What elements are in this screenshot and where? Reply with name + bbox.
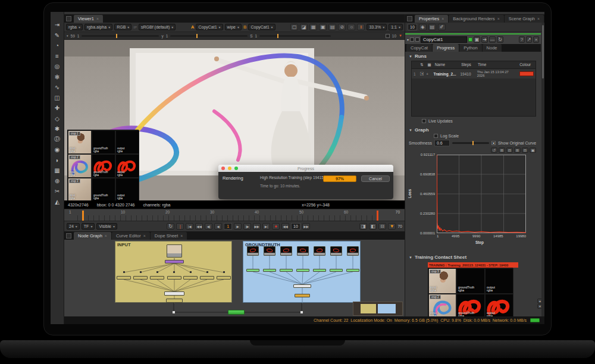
transform-toolbar-icon[interactable]: ✚ (52, 103, 62, 112)
pane-menu-icon[interactable] (66, 16, 71, 21)
read-node[interactable] (347, 246, 359, 256)
read-node[interactable] (280, 246, 292, 256)
saturation-slider[interactable] (259, 35, 331, 37)
roto-toolbar-icon[interactable]: ✂ (52, 187, 62, 196)
column-time[interactable]: Time (478, 62, 517, 67)
tab-viewer1[interactable]: Viewer1 × (74, 15, 103, 23)
collapse-arrow-icon[interactable]: ▼ (409, 256, 412, 259)
mask-overlay-icon[interactable]: ▤ (328, 24, 336, 30)
stop-record-icon[interactable]: ● (272, 223, 280, 230)
downrez-value[interactable]: 10 (392, 34, 396, 38)
expand-run-icon[interactable]: + (426, 72, 431, 76)
runs-section-header[interactable]: ▼ Runs (409, 54, 427, 59)
frame-increment-field[interactable]: 10 (291, 223, 300, 230)
live-updates-checkbox[interactable] (422, 119, 426, 123)
display-channel-select[interactable]: RGB▾ (114, 24, 131, 30)
toolsets-toolbar-icon[interactable]: ▦ (52, 166, 62, 175)
collapse-arrow-icon[interactable]: ▼ (409, 55, 412, 58)
tab-scene-graph[interactable]: Scene Graph× (505, 15, 544, 23)
crop-node[interactable] (346, 269, 359, 272)
play-backward-button[interactable]: ◀ (214, 223, 222, 230)
alpha-select[interactable]: rgba.alpha▾ (84, 24, 112, 30)
input-process-toggle[interactable]: IP (133, 26, 137, 29)
close-tab-icon[interactable]: × (497, 17, 500, 21)
crop-node[interactable] (183, 276, 198, 280)
close-panel-icon[interactable]: × (533, 36, 539, 43)
step-forward-button[interactable]: |▶ (243, 223, 251, 230)
crop-node[interactable] (296, 269, 309, 272)
last-frame-button[interactable]: ▶| (262, 223, 270, 230)
play-forward-button[interactable]: ▶ (234, 223, 242, 230)
collapse-arrow-icon[interactable]: ▼ (409, 128, 412, 132)
fps-select[interactable]: 24▾ (67, 223, 80, 230)
columns-icon[interactable]: ▦ (428, 62, 433, 67)
appendclip-node[interactable] (293, 284, 311, 288)
full-frame-icon[interactable]: ▢ (290, 24, 298, 30)
max-panels-field[interactable]: 10 (408, 24, 417, 30)
zoom-in-x-icon[interactable]: ⊞ (499, 148, 505, 153)
contact-sheet-section-header[interactable]: ▼ Training Contact Sheet (409, 255, 466, 260)
particles-toolbar-icon[interactable]: ✱ (52, 124, 62, 133)
gain-fstop-value[interactable]: 59 (71, 34, 75, 38)
close-tab-icon[interactable]: × (105, 234, 107, 238)
timeline-ruler[interactable]: 1 10 20 30 40 50 60 70 (64, 209, 405, 221)
crop-node[interactable] (313, 269, 326, 272)
goto-node-icon[interactable]: ➔ (481, 36, 488, 43)
close-tab-icon[interactable]: × (537, 17, 540, 21)
fit-graph-icon[interactable]: ▣ (530, 148, 536, 153)
revert-icon[interactable]: ↻ (497, 36, 503, 43)
run-visible-checkbox[interactable]: ▪ (420, 72, 424, 76)
gain-slider[interactable] (82, 35, 159, 37)
smoothness-slider[interactable] (452, 142, 489, 144)
pane-menu-icon[interactable] (66, 233, 71, 239)
tab-background-renders[interactable]: Background Renders× (449, 15, 504, 23)
node-graph-canvas[interactable]: INPUT (64, 240, 405, 316)
tab-node-graph[interactable]: Node Graph× (74, 232, 111, 240)
crop-node[interactable] (133, 276, 148, 280)
crop-node[interactable] (217, 276, 231, 280)
first-frame-button[interactable]: |◀ (186, 223, 193, 230)
crop-node[interactable] (150, 276, 164, 280)
channel-toolbar-icon[interactable]: ≡ (52, 52, 62, 61)
a-buffer-select[interactable]: CopyCat1▾ (196, 24, 223, 30)
lock-range-icon[interactable]: ⊟ (378, 223, 386, 230)
close-tab-icon[interactable]: × (441, 17, 444, 21)
clip-warning-icon[interactable]: ⊘ (338, 24, 346, 30)
color-toolbar-icon[interactable]: ◎ (52, 62, 62, 71)
layer-select[interactable]: rgba▾ (66, 24, 83, 30)
graph-section-header[interactable]: ▼ Graph (409, 127, 429, 133)
float-panel-icon[interactable]: ↗ (526, 36, 532, 43)
loss-chart[interactable]: Loss 0.921117 0.690838 0.460559 0.230280… (405, 155, 541, 250)
appendclip-node[interactable] (164, 291, 184, 296)
keyer-toolbar-icon[interactable]: ∿ (52, 83, 62, 92)
node-color-swatch[interactable] (410, 37, 414, 42)
pane-menu-icon[interactable] (407, 16, 412, 21)
gamma-value[interactable]: 1 (166, 34, 168, 38)
crop-node[interactable] (263, 269, 276, 272)
backdrop-input[interactable]: INPUT (115, 241, 232, 303)
skip-forward-button[interactable]: ▶▶ (302, 223, 310, 230)
tab-copycat[interactable]: CopyCat (406, 44, 432, 52)
gamma-display-icon[interactable]: ○ (347, 24, 355, 30)
center-node-icon[interactable]: ▣ (474, 36, 480, 43)
column-steps[interactable]: Steps (461, 62, 475, 67)
downrez-checkbox[interactable] (386, 34, 390, 38)
tab-progress[interactable]: Progress (433, 44, 459, 52)
frame-range-icon[interactable]: ◧ (369, 223, 377, 230)
gamma-slider[interactable] (170, 35, 248, 37)
lock-panels-icon[interactable]: ◈ (419, 24, 427, 30)
read-node[interactable] (247, 246, 259, 256)
reset-zoom-icon[interactable]: ↺ (491, 148, 497, 153)
3d-toolbar-icon[interactable]: ◇ (52, 114, 62, 123)
column-colour[interactable]: Colour (519, 62, 534, 67)
node-color-dropdown-icon[interactable]: ▾ (407, 37, 409, 42)
b-buffer-label[interactable]: B (243, 24, 246, 30)
a-buffer-label[interactable]: A (191, 24, 194, 30)
views-toolbar-icon[interactable]: ◉ (52, 145, 62, 154)
backdrop-groundtruth[interactable]: GROUNDTRUTH (243, 241, 361, 303)
copycat-node[interactable] (228, 310, 245, 315)
zoom-level-select[interactable]: 33.3%▾ (367, 24, 387, 30)
expand-panels-icon[interactable]: ▤ (428, 24, 436, 30)
tab-properties[interactable]: Properties× (415, 15, 448, 23)
filter-toolbar-icon[interactable]: ✻ (52, 73, 62, 81)
